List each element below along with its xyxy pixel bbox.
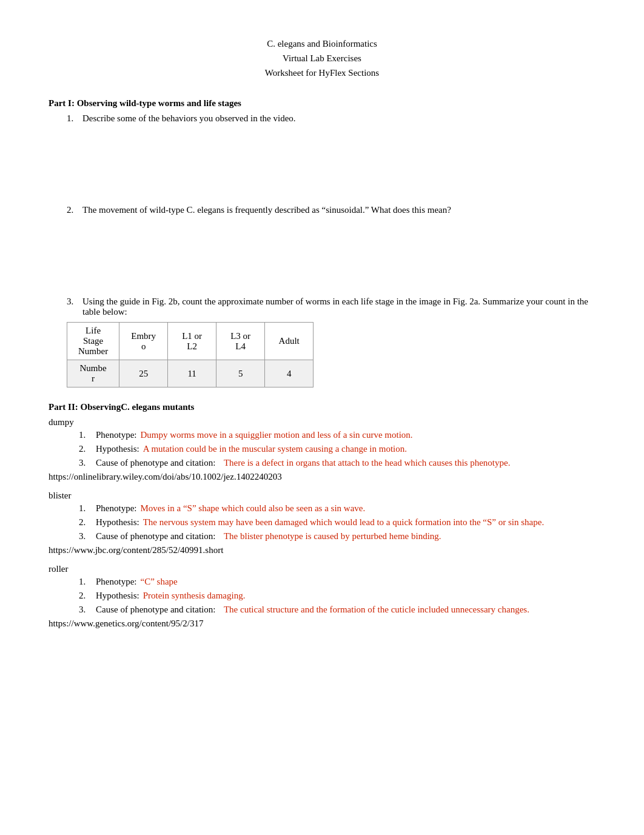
- roller-answer-3: The cutical structure and the formation …: [224, 605, 529, 615]
- part2-title: Part II: ObservingC. elegans mutants: [49, 402, 595, 412]
- q2-answer-space: [49, 218, 595, 297]
- part2-section: Part II: ObservingC. elegans mutants dum…: [49, 402, 595, 629]
- mutant-roller-name: roller: [49, 564, 595, 574]
- roller-num-3: 3.: [79, 605, 92, 615]
- table-value-embryo: 25: [119, 360, 168, 387]
- blister-label-2: Hypothesis:: [96, 517, 139, 528]
- roller-item-1: 1. Phenotype: “C” shape: [79, 577, 595, 587]
- roller-label-2: Hypothesis:: [96, 591, 139, 601]
- blister-num-1: 1.: [79, 503, 92, 514]
- blister-label-1: Phenotype:: [96, 503, 137, 514]
- blister-label-3: Cause of phenotype and citation:: [96, 531, 220, 542]
- dumpy-num-1: 1.: [79, 430, 92, 440]
- dumpy-item-1: 1. Phenotype: Dumpy worms move in a squi…: [79, 430, 595, 440]
- roller-num-2: 2.: [79, 591, 92, 601]
- table-header-stage: LifeStageNumber: [67, 323, 119, 360]
- roller-citation[interactable]: https://www.genetics.org/content/95/2/31…: [49, 619, 595, 629]
- part1-section: Part I: Observing wild-type worms and li…: [49, 98, 595, 387]
- q1-text: Describe some of the behaviors you obser…: [82, 113, 296, 124]
- dumpy-num-2: 2.: [79, 444, 92, 454]
- dumpy-item-2: 2. Hypothesis: A mutation could be in th…: [79, 444, 595, 454]
- blister-answer-3: The blister phenotype is caused by pertu…: [224, 531, 441, 542]
- blister-citation[interactable]: https://www.jbc.org/content/285/52/40991…: [49, 545, 595, 555]
- q3-text: Using the guide in Fig. 2b, count the ap…: [82, 297, 595, 317]
- blister-item-1: 1. Phenotype: Moves in a “S” shape which…: [79, 503, 595, 514]
- dumpy-citation[interactable]: https://onlinelibrary.wiley.com/doi/abs/…: [49, 472, 595, 482]
- header-line2: Virtual Lab Exercises: [49, 51, 595, 65]
- page-header: C. elegans and Bioinformatics Virtual La…: [49, 36, 595, 80]
- life-stage-table: LifeStageNumber Embryo L1 orL2 L3 orL4 A…: [67, 322, 314, 387]
- roller-item-3: 3. Cause of phenotype and citation: The …: [79, 605, 595, 615]
- dumpy-answer-2: A mutation could be in the muscular syst…: [143, 444, 407, 454]
- dumpy-answer-1: Dumpy worms move in a squigglier motion …: [141, 430, 413, 440]
- table-header-l3l4: L3 orL4: [216, 323, 265, 360]
- header-line1: C. elegans and Bioinformatics: [49, 36, 595, 51]
- dumpy-list: 1. Phenotype: Dumpy worms move in a squi…: [49, 430, 595, 468]
- q2-text: The movement of wild-type C. elegans is …: [82, 205, 451, 215]
- table-value-adult: 4: [265, 360, 314, 387]
- dumpy-label-2: Hypothesis:: [96, 444, 139, 454]
- table-header-adult: Adult: [265, 323, 314, 360]
- question-3: 3. Using the guide in Fig. 2b, count the…: [49, 297, 595, 317]
- dumpy-answer-3: There is a defect in organs that attach …: [224, 458, 510, 468]
- q3-number: 3.: [67, 297, 79, 317]
- blister-list: 1. Phenotype: Moves in a “S” shape which…: [49, 503, 595, 542]
- mutant-dumpy-name: dumpy: [49, 417, 595, 428]
- roller-answer-2: Protein synthesis damaging.: [143, 591, 246, 601]
- table-row-label: Number: [67, 360, 119, 387]
- blister-answer-1: Moves in a “S” shape which could also be…: [141, 503, 366, 514]
- q1-number: 1.: [67, 113, 79, 124]
- roller-item-2: 2. Hypothesis: Protein synthesis damagin…: [79, 591, 595, 601]
- dumpy-item-3: 3. Cause of phenotype and citation: Ther…: [79, 458, 595, 468]
- roller-label-3: Cause of phenotype and citation:: [96, 605, 220, 615]
- part1-title: Part I: Observing wild-type worms and li…: [49, 98, 595, 109]
- dumpy-label-3: Cause of phenotype and citation:: [96, 458, 220, 468]
- roller-label-1: Phenotype:: [96, 577, 137, 587]
- roller-answer-1: “C” shape: [141, 577, 178, 587]
- table-value-l3l4: 5: [216, 360, 265, 387]
- blister-answer-2: The nervous system may have been damaged…: [143, 517, 545, 528]
- blister-item-2: 2. Hypothesis: The nervous system may ha…: [79, 517, 595, 528]
- blister-num-3: 3.: [79, 531, 92, 542]
- blister-item-3: 3. Cause of phenotype and citation: The …: [79, 531, 595, 542]
- q2-number: 2.: [67, 205, 79, 215]
- question-2: 2. The movement of wild-type C. elegans …: [49, 205, 595, 215]
- dumpy-num-3: 3.: [79, 458, 92, 468]
- table-header-embryo: Embryo: [119, 323, 168, 360]
- roller-list: 1. Phenotype: “C” shape 2. Hypothesis: P…: [49, 577, 595, 615]
- table-value-l1l2: 11: [168, 360, 216, 387]
- header-line3: Worksheet for HyFlex Sections: [49, 65, 595, 80]
- table-header-l1l2: L1 orL2: [168, 323, 216, 360]
- dumpy-label-1: Phenotype:: [96, 430, 137, 440]
- question-1: 1. Describe some of the behaviors you ob…: [49, 113, 595, 124]
- blister-num-2: 2.: [79, 517, 92, 528]
- q1-answer-space: [49, 126, 595, 205]
- roller-num-1: 1.: [79, 577, 92, 587]
- mutant-blister-name: blister: [49, 491, 595, 501]
